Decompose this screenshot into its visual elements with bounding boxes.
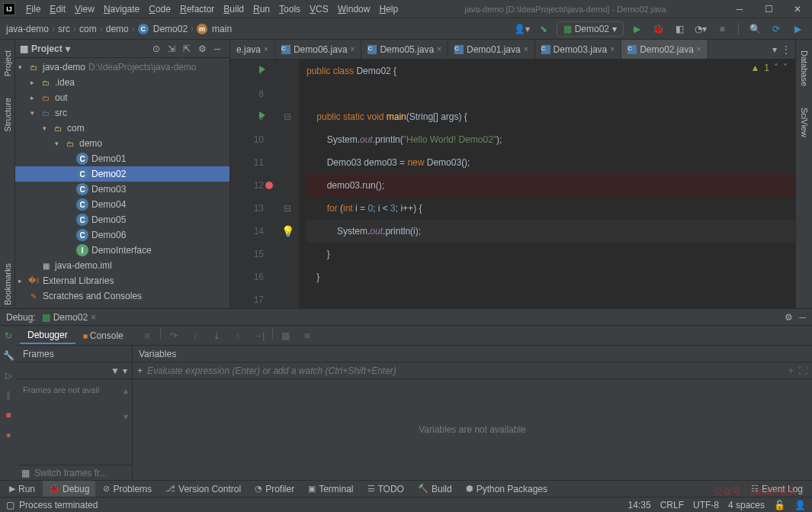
editor-tab[interactable]: CDemo01.java× bbox=[448, 40, 535, 59]
menu-file[interactable]: File bbox=[21, 4, 45, 14]
fold-icon[interactable]: ⊟ bbox=[284, 105, 291, 128]
code-line[interactable]: } bbox=[307, 266, 795, 288]
add-watch-icon[interactable]: + bbox=[137, 365, 143, 376]
expand-arrow-icon[interactable]: ▾ bbox=[43, 124, 52, 132]
tree-row[interactable]: ▾ 🗀 com bbox=[15, 121, 229, 136]
code-area[interactable]: public class Demo02 { public static void… bbox=[299, 60, 795, 308]
python-tool-tab[interactable]: ⬢Python Packages bbox=[460, 481, 554, 497]
code-line[interactable]: Demo03 demo03 = new Demo03(); bbox=[307, 151, 795, 174]
build-tool-tab[interactable]: 🔨Build bbox=[412, 481, 458, 497]
tree-row[interactable]: ✎ Scratches and Consoles bbox=[15, 288, 229, 304]
tree-row-class[interactable]: CDemo04 bbox=[15, 197, 229, 212]
debug-tool-tab[interactable]: 🐞Debug bbox=[43, 481, 95, 497]
settings-icon[interactable]: ⚙ bbox=[785, 312, 793, 323]
run-tool-tab[interactable]: ▶Run bbox=[3, 481, 41, 497]
tree-row-class[interactable]: CDemo05 bbox=[15, 212, 229, 227]
close-button[interactable]: ✕ bbox=[786, 2, 809, 16]
breadcrumb-src[interactable]: src bbox=[58, 24, 70, 34]
menu-tools[interactable]: Tools bbox=[274, 4, 305, 14]
expand-arrow-icon[interactable]: ▾ bbox=[18, 63, 27, 71]
todo-tool-tab[interactable]: ☰TODO bbox=[361, 481, 410, 497]
step-out-icon[interactable]: ↑ bbox=[229, 327, 246, 344]
resume-icon[interactable]: ▷ bbox=[2, 369, 15, 382]
editor-tab[interactable]: CDemo06.java× bbox=[275, 40, 362, 59]
tree-row-class[interactable]: CDemo01 bbox=[15, 151, 229, 166]
structure-tool-tab[interactable]: Structure bbox=[2, 95, 14, 135]
editor-tab[interactable]: e.java× bbox=[230, 40, 275, 59]
project-tool-tab[interactable]: Project bbox=[2, 47, 14, 79]
status-encoding[interactable]: UTF-8 bbox=[693, 500, 719, 510]
bookmarks-tool-tab[interactable]: Bookmarks bbox=[2, 260, 14, 308]
menu-code[interactable]: Code bbox=[144, 4, 175, 14]
run-button[interactable]: ▶ bbox=[628, 21, 645, 37]
force-step-into-icon[interactable]: ⤓ bbox=[208, 327, 225, 344]
tree-row[interactable]: ▸ �⫴ External Libraries bbox=[15, 273, 229, 288]
debugger-tab[interactable]: Debugger bbox=[20, 327, 75, 344]
stop-icon[interactable]: ■ bbox=[2, 408, 15, 422]
code-line[interactable]: System.out.println("Hello World! Demo02"… bbox=[307, 128, 795, 151]
modify-config-icon[interactable]: 🔧 bbox=[2, 349, 15, 362]
project-tree[interactable]: ▾ 🗀 java-demo D:\IdeaProjects\java-demo … bbox=[15, 58, 229, 308]
breadcrumb-class[interactable]: Demo02 bbox=[153, 24, 188, 34]
terminal-tool-tab[interactable]: ▣Terminal bbox=[302, 481, 359, 497]
menu-build[interactable]: Build bbox=[219, 4, 249, 14]
step-into-icon[interactable]: ↓ bbox=[187, 327, 204, 344]
close-icon[interactable]: × bbox=[351, 45, 355, 53]
chevron-down-icon[interactable]: ▾ bbox=[66, 43, 70, 54]
close-icon[interactable]: × bbox=[524, 45, 528, 53]
breadcrumb-project[interactable]: java-demo bbox=[6, 24, 49, 34]
close-icon[interactable]: × bbox=[697, 45, 701, 53]
collapse-all-icon[interactable]: ⇱ bbox=[179, 41, 194, 56]
tree-row-class[interactable]: CDemo06 bbox=[15, 227, 229, 243]
editor-tab[interactable]: CDemo05.java× bbox=[361, 40, 448, 59]
menu-refactor[interactable]: Refactor bbox=[175, 4, 219, 14]
tab-dropdown-icon[interactable]: ▾ bbox=[772, 44, 777, 55]
add-icon[interactable]: + bbox=[788, 365, 794, 376]
ide-icon[interactable]: ▶ bbox=[789, 21, 806, 37]
expand-arrow-icon[interactable]: ▸ bbox=[18, 277, 27, 285]
project-panel-title[interactable]: Project bbox=[31, 43, 63, 54]
fold-icon[interactable]: ⊟ bbox=[284, 197, 291, 220]
tree-row[interactable]: ▸ 🗀 out bbox=[15, 90, 229, 105]
tree-row[interactable]: ▦ java-demo.iml bbox=[15, 258, 229, 273]
breakpoints-icon[interactable]: ● bbox=[2, 428, 15, 442]
close-icon[interactable]: × bbox=[91, 312, 96, 323]
code-line[interactable] bbox=[307, 288, 795, 308]
tree-row[interactable]: ▾ 🗀 demo bbox=[15, 136, 229, 151]
prev-frame-icon[interactable]: ▴ bbox=[124, 385, 128, 396]
evaluate-icon[interactable]: ▦ bbox=[278, 327, 294, 344]
menu-vcs[interactable]: VCS bbox=[305, 4, 333, 14]
next-frame-icon[interactable]: ▾ bbox=[124, 411, 128, 422]
status-eol[interactable]: CRLF bbox=[660, 500, 684, 510]
code-line[interactable]: for (int i = 0; i < 3; i++) { bbox=[307, 197, 795, 220]
breadcrumb-method[interactable]: main bbox=[212, 24, 232, 34]
step-over-icon[interactable]: ↷ bbox=[165, 327, 182, 344]
menu-help[interactable]: Help bbox=[374, 4, 403, 14]
tree-row[interactable]: ▾ 🗀 src bbox=[15, 105, 229, 121]
sync-icon[interactable]: ⟳ bbox=[768, 21, 785, 37]
debug-session-tab[interactable]: ▦ Demo02 × bbox=[36, 312, 102, 323]
run-gutter-icon[interactable] bbox=[259, 66, 265, 73]
tree-row[interactable]: ▸ 🗀 .idea bbox=[15, 75, 229, 90]
menu-navigate[interactable]: Navigate bbox=[99, 4, 144, 14]
line-number-gutter[interactable]: 7891011121314151617 bbox=[230, 60, 276, 308]
readonly-icon[interactable]: 🔓 bbox=[774, 500, 785, 510]
frames-footer-text[interactable]: Switch frames fr... bbox=[34, 468, 107, 478]
expand-arrow-icon[interactable]: ▾ bbox=[30, 109, 40, 117]
code-line[interactable]: System.out.println(i); bbox=[307, 220, 795, 243]
code-line[interactable]: } bbox=[307, 243, 795, 266]
trace-icon[interactable]: ≋ bbox=[299, 327, 316, 344]
breadcrumb-pkg[interactable]: demo bbox=[106, 24, 129, 34]
status-icon[interactable]: ▢ bbox=[6, 500, 14, 510]
expand-all-icon[interactable]: ⇲ bbox=[164, 41, 179, 56]
close-icon[interactable]: × bbox=[437, 45, 441, 53]
close-icon[interactable]: × bbox=[610, 45, 615, 53]
editor-tab[interactable]: CDemo02.java× bbox=[621, 40, 708, 59]
profile-button[interactable]: ◔▾ bbox=[692, 21, 709, 37]
code-line[interactable] bbox=[307, 82, 795, 105]
hide-panel-icon[interactable]: ─ bbox=[799, 312, 806, 323]
run-config-selector[interactable]: ▦ Demo02 ▾ bbox=[557, 21, 624, 37]
profiler-tool-tab[interactable]: ◔Profiler bbox=[249, 481, 300, 497]
debug-button[interactable]: 🐞 bbox=[650, 21, 666, 37]
select-opened-file-icon[interactable]: ⊙ bbox=[149, 41, 164, 56]
